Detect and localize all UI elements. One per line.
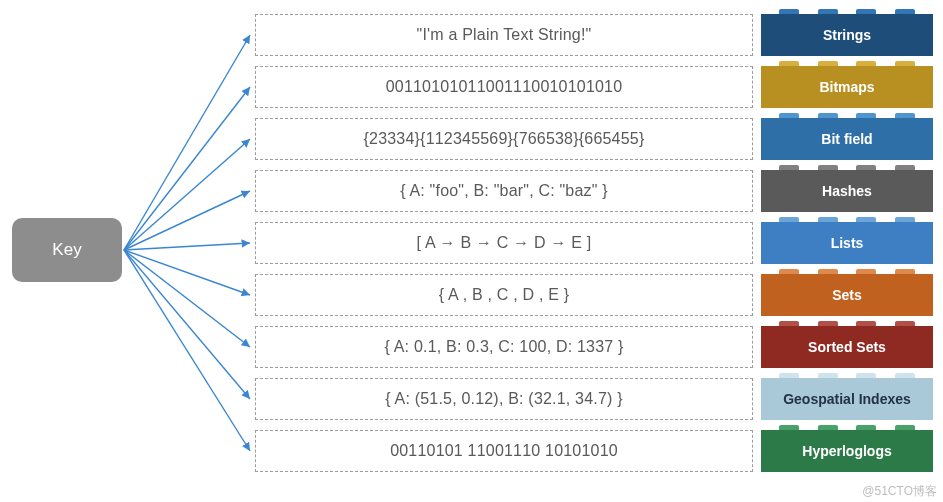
data-type-row: "I'm a Plain Text String!"Strings <box>255 14 933 56</box>
stud <box>779 113 799 118</box>
stud <box>779 165 799 170</box>
value-text: 00110101 11001110 10101010 <box>390 442 618 460</box>
stud <box>856 373 876 378</box>
value-box: 00110101011001110010101010 <box>255 66 753 108</box>
stud <box>818 217 838 222</box>
data-type-row: { A: 0.1, B: 0.3, C: 100, D: 1337 }Sorte… <box>255 326 933 368</box>
stud <box>818 9 838 14</box>
data-type-row: 00110101011001110010101010Bitmaps <box>255 66 933 108</box>
stud <box>895 217 915 222</box>
stud <box>779 61 799 66</box>
type-label: Sets <box>832 287 862 303</box>
key-label: Key <box>52 240 81 260</box>
stud <box>779 9 799 14</box>
stud <box>818 61 838 66</box>
stud <box>779 269 799 274</box>
data-type-row: {23334}{112345569}{766538}{665455}Bit fi… <box>255 118 933 160</box>
stud <box>818 373 838 378</box>
value-text: { A: "foo", B: "bar", C: "baz" } <box>400 182 608 200</box>
type-box: Geospatial Indexes <box>761 378 933 420</box>
stud <box>895 269 915 274</box>
data-type-row: { A: "foo", B: "bar", C: "baz" }Hashes <box>255 170 933 212</box>
value-box: 00110101 11001110 10101010 <box>255 430 753 472</box>
value-box: { A: (51.5, 0.12), B: (32.1, 34.7) } <box>255 378 753 420</box>
stud <box>779 321 799 326</box>
stud <box>818 165 838 170</box>
data-type-row: { A , B , C , D , E }Sets <box>255 274 933 316</box>
value-text: [ A → B → C → D → E ] <box>417 234 592 252</box>
svg-line-0 <box>124 35 250 250</box>
stud <box>856 9 876 14</box>
type-box: Hashes <box>761 170 933 212</box>
stud <box>895 373 915 378</box>
stud <box>895 9 915 14</box>
stud <box>895 321 915 326</box>
type-body: Sets <box>761 274 933 316</box>
stud <box>895 425 915 430</box>
stud <box>856 425 876 430</box>
value-box: { A: 0.1, B: 0.3, C: 100, D: 1337 } <box>255 326 753 368</box>
value-text: { A: (51.5, 0.12), B: (32.1, 34.7) } <box>385 390 623 408</box>
type-label: Geospatial Indexes <box>783 391 911 407</box>
type-label: Strings <box>823 27 871 43</box>
stud <box>895 113 915 118</box>
stud <box>818 113 838 118</box>
stud <box>779 425 799 430</box>
diagram-container: Key "I'm a Plain Text String!"Strings001… <box>12 14 932 486</box>
value-box: "I'm a Plain Text String!" <box>255 14 753 56</box>
stud <box>856 165 876 170</box>
type-box: Bit field <box>761 118 933 160</box>
data-type-row: 00110101 11001110 10101010Hyperloglogs <box>255 430 933 472</box>
type-body: Bitmaps <box>761 66 933 108</box>
lego-studs <box>761 269 933 274</box>
lego-studs <box>761 425 933 430</box>
type-label: Hashes <box>822 183 872 199</box>
stud <box>779 373 799 378</box>
type-body: Sorted Sets <box>761 326 933 368</box>
svg-line-3 <box>124 191 250 250</box>
svg-line-2 <box>124 139 250 250</box>
lego-studs <box>761 321 933 326</box>
svg-line-8 <box>124 250 250 451</box>
type-box: Sets <box>761 274 933 316</box>
key-box: Key <box>12 218 122 282</box>
data-type-row: [ A → B → C → D → E ]Lists <box>255 222 933 264</box>
value-box: { A , B , C , D , E } <box>255 274 753 316</box>
value-text: 00110101011001110010101010 <box>386 78 623 96</box>
stud <box>895 165 915 170</box>
type-box: Bitmaps <box>761 66 933 108</box>
lego-studs <box>761 217 933 222</box>
value-text: {23334}{112345569}{766538}{665455} <box>364 130 645 148</box>
value-text: "I'm a Plain Text String!" <box>417 26 592 44</box>
lego-studs <box>761 165 933 170</box>
type-box: Strings <box>761 14 933 56</box>
type-body: Hashes <box>761 170 933 212</box>
lego-studs <box>761 113 933 118</box>
value-box: {23334}{112345569}{766538}{665455} <box>255 118 753 160</box>
type-body: Lists <box>761 222 933 264</box>
svg-line-4 <box>124 243 250 250</box>
type-body: Hyperloglogs <box>761 430 933 472</box>
stud <box>856 61 876 66</box>
lego-studs <box>761 61 933 66</box>
stud <box>818 269 838 274</box>
value-text: { A , B , C , D , E } <box>439 286 569 304</box>
arrows-fanout <box>122 14 257 490</box>
stud <box>856 113 876 118</box>
stud <box>818 321 838 326</box>
type-label: Hyperloglogs <box>802 443 891 459</box>
value-box: [ A → B → C → D → E ] <box>255 222 753 264</box>
type-body: Strings <box>761 14 933 56</box>
type-label: Lists <box>831 235 864 251</box>
stud <box>856 269 876 274</box>
type-label: Sorted Sets <box>808 339 886 355</box>
watermark: @51CTO博客 <box>862 483 937 500</box>
stud <box>856 217 876 222</box>
type-label: Bit field <box>821 131 872 147</box>
stud <box>779 217 799 222</box>
stud <box>895 61 915 66</box>
type-body: Bit field <box>761 118 933 160</box>
data-type-row: { A: (51.5, 0.12), B: (32.1, 34.7) }Geos… <box>255 378 933 420</box>
stud <box>818 425 838 430</box>
rows-list: "I'm a Plain Text String!"Strings0011010… <box>255 14 933 472</box>
